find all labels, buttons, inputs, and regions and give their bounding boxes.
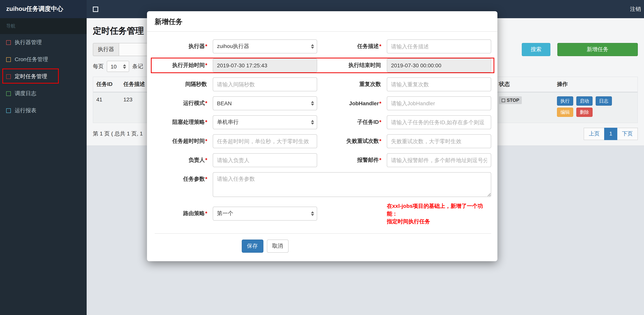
start-time-label: 执行开始时间* (155, 62, 207, 69)
feature-note: 在xxl-jobs项目的基础上，新增了一个功能： 指定时间执行任务 (387, 202, 491, 225)
page-1-button[interactable]: 1 (604, 128, 617, 140)
sidebar-item-label: 调度日志 (15, 90, 36, 97)
form-row-interval-repeat: 间隔秒数 重复次数 (155, 77, 491, 91)
edit-button[interactable]: 编辑 (557, 108, 573, 117)
executor-select[interactable]: zuihou执行器 (213, 40, 317, 53)
alarm-email-label: 报警邮件* (317, 157, 381, 164)
repeat-label: 重复次数 (317, 81, 381, 88)
select-caret-icon (311, 101, 314, 106)
sidebar-toggle-button[interactable] (93, 0, 98, 18)
sidebar-item-label: 定时任务管理 (15, 73, 47, 80)
select-caret-icon (311, 211, 314, 216)
modal-footer: 保存 取消 (155, 233, 491, 261)
per-page-value: 10 (110, 63, 116, 70)
repeat-input[interactable] (387, 77, 491, 91)
select-caret-icon (311, 44, 314, 49)
sidebar-item-label: 执行器管理 (15, 39, 42, 46)
form-row-runmode-jobhandler: 运行模式* BEAN JobHandler* (155, 96, 491, 110)
header-operations: 操作 (557, 81, 634, 88)
task-desc-label: 任务描述* (317, 43, 381, 50)
modal-title: 新增任务 (147, 11, 498, 32)
square-icon (6, 40, 11, 45)
per-page-suffix: 条记 (132, 63, 143, 70)
menu-icon (93, 7, 98, 12)
stop-square-icon (502, 99, 505, 102)
executor-label: 执行器* (155, 43, 207, 50)
app: zuihou任务调度中心 注销 导航 执行器管理 Cron任务管理 定时任务管理… (0, 0, 644, 315)
add-task-modal: 新增任务 执行器* zuihou执行器 任务描述* 执行开始时间* 执行结束时间 (147, 11, 498, 261)
executor-filter-label: 执行器 (93, 43, 119, 56)
modal-body: 执行器* zuihou执行器 任务描述* 执行开始时间* 执行结束时间 间隔秒数 (147, 32, 498, 233)
header-task-id: 任务ID (96, 81, 124, 88)
log-button[interactable]: 日志 (596, 96, 612, 106)
square-icon (6, 57, 11, 62)
cancel-button[interactable]: 取消 (267, 239, 288, 253)
select-caret-icon (123, 64, 126, 69)
retry-input[interactable] (387, 134, 491, 148)
form-row-owner-email: 负责人* 报警邮件* (155, 153, 491, 167)
form-row-task-params: 任务参数* (155, 172, 491, 197)
delete-button[interactable]: 删除 (576, 108, 592, 117)
block-strategy-label: 阻塞处理策略* (155, 119, 207, 126)
task-desc-input[interactable] (387, 40, 491, 53)
status-badge: STOP (499, 96, 522, 104)
sidebar: 导航 执行器管理 Cron任务管理 定时任务管理 调度日志 运行报表 (0, 18, 87, 315)
sidebar-item-executor-manage[interactable]: 执行器管理 (0, 34, 87, 51)
pagination-group: 上页 1 下页 (584, 128, 638, 140)
block-strategy-select[interactable]: 单机串行 (213, 115, 317, 129)
logout-link[interactable]: 注销 (628, 0, 643, 18)
run-mode-label: 运行模式* (155, 100, 207, 107)
per-page-select[interactable]: 10 (107, 61, 129, 72)
cell-status: STOP (499, 96, 557, 104)
end-time-label: 执行结束时间 (317, 62, 381, 69)
sidebar-item-label: Cron任务管理 (15, 56, 48, 63)
interval-label: 间隔秒数 (155, 81, 207, 88)
alarm-email-input[interactable] (387, 153, 491, 167)
brand-title: zuihou任务调度中心 (0, 0, 87, 18)
square-icon (6, 108, 11, 113)
cell-task-id: 41 (96, 96, 124, 103)
next-page-button[interactable]: 下页 (617, 128, 638, 140)
interval-input[interactable] (213, 77, 317, 91)
prev-page-button[interactable]: 上页 (584, 128, 604, 140)
owner-input[interactable] (213, 153, 317, 167)
jobhandler-input[interactable] (387, 96, 491, 110)
pagination-summary: 第 1 页 ( 总共 1 页, 1 (93, 130, 143, 137)
form-row-executor-desc: 执行器* zuihou执行器 任务描述* (155, 40, 491, 53)
form-row-start-end-time: 执行开始时间* 执行结束时间 (155, 59, 491, 72)
timeout-input[interactable] (213, 134, 317, 148)
task-params-label: 任务参数* (155, 176, 207, 183)
owner-label: 负责人* (155, 157, 207, 164)
retry-label: 失败重试次数* (317, 138, 381, 145)
sidebar-item-label: 运行报表 (15, 107, 36, 114)
select-caret-icon (311, 120, 314, 125)
sidebar-item-run-report[interactable]: 运行报表 (0, 102, 87, 119)
sidebar-item-timed-task[interactable]: 定时任务管理 (0, 68, 87, 85)
header-status: 状态 (499, 81, 557, 88)
square-icon (6, 74, 11, 79)
run-mode-select[interactable]: BEAN (213, 96, 317, 110)
search-button[interactable]: 搜索 (522, 43, 550, 56)
child-task-input[interactable] (387, 115, 491, 129)
route-strategy-select[interactable]: 第一个 (213, 207, 317, 221)
task-params-textarea[interactable] (213, 172, 491, 197)
end-time-input[interactable] (387, 59, 491, 72)
sidebar-item-schedule-log[interactable]: 调度日志 (0, 85, 87, 102)
start-button[interactable]: 启动 (576, 96, 592, 106)
jobhandler-label: JobHandler* (317, 100, 381, 106)
sidebar-nav-header: 导航 (0, 18, 87, 34)
save-button[interactable]: 保存 (242, 239, 263, 253)
row-actions: 执行 启动 日志 编辑 删除 (557, 96, 634, 119)
start-time-input[interactable] (213, 59, 317, 72)
sidebar-item-cron-task[interactable]: Cron任务管理 (0, 51, 87, 68)
add-task-button[interactable]: 新增任务 (557, 43, 638, 56)
child-task-label: 子任务ID* (317, 119, 381, 126)
execute-button[interactable]: 执行 (557, 96, 573, 106)
square-icon (6, 91, 11, 96)
timeout-label: 任务超时时间* (155, 138, 207, 145)
form-row-block-childtask: 阻塞处理策略* 单机串行 子任务ID* (155, 115, 491, 129)
per-page-prefix: 每页 (93, 63, 104, 70)
form-row-route-strategy: 路由策略* 第一个 在xxl-jobs项目的基础上，新增了一个功能： 指定时间执… (155, 202, 491, 225)
route-strategy-label: 路由策略* (155, 210, 207, 217)
form-row-timeout-retry: 任务超时时间* 失败重试次数* (155, 134, 491, 148)
